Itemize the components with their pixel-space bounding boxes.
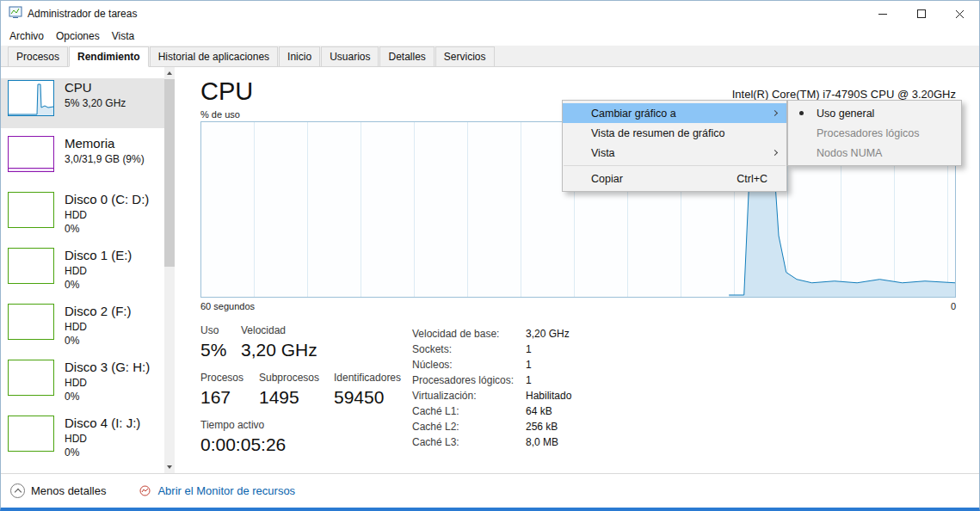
submenu-item-uso-general[interactable]: Uso general bbox=[788, 103, 961, 123]
tab-servicios[interactable]: Servicios bbox=[435, 46, 495, 67]
tab-inicio[interactable]: Inicio bbox=[279, 46, 320, 67]
menu-item-vista-resumen[interactable]: Vista de resumen de gráfico bbox=[563, 123, 786, 143]
sidebar-disco2-usage: 0% bbox=[65, 334, 132, 348]
disk3-thumbnail-icon bbox=[8, 360, 54, 396]
scrollbar-thumb[interactable] bbox=[164, 79, 175, 267]
stat-uso: Uso 5% bbox=[200, 324, 241, 360]
performance-list: CPU 5% 3,20 GHz Memoria 3,0/31,9 GB (9%)… bbox=[1, 67, 164, 473]
sidebar-disco4-type: HDD bbox=[65, 432, 140, 446]
window-controls bbox=[863, 1, 979, 27]
sidebar-disco4-title: Disco 4 (I: J:) bbox=[65, 415, 140, 432]
task-manager-window: Administrador de tareas Archivo Opciones… bbox=[0, 0, 980, 511]
detail-row: Caché L2: 256 kB bbox=[412, 419, 571, 434]
detail-row: Velocidad de base: 3,20 GHz bbox=[412, 326, 571, 342]
cpu-details: Velocidad de base: 3,20 GHz Sockets: 1 N… bbox=[412, 324, 571, 466]
menu-item-cambiar-grafico[interactable]: Cambiar gráfico a bbox=[563, 103, 786, 123]
sidebar-cpu-usage: 5% 3,20 GHz bbox=[65, 96, 126, 110]
menubar: Archivo Opciones Vista bbox=[1, 27, 979, 46]
menu-item-copiar[interactable]: Copiar Ctrl+C bbox=[563, 169, 786, 188]
tab-usuarios[interactable]: Usuarios bbox=[321, 46, 379, 67]
chart-x-left-label: 60 segundos bbox=[200, 301, 255, 311]
menu-vista[interactable]: Vista bbox=[106, 28, 140, 45]
tab-bar: Procesos Rendimiento Historial de aplica… bbox=[1, 46, 979, 67]
context-submenu: Uso general Procesadores lógicos Nodos N… bbox=[787, 100, 962, 166]
maximize-button[interactable] bbox=[902, 1, 940, 27]
chart-x-right-label: 0 bbox=[951, 301, 956, 311]
tab-rendimiento[interactable]: Rendimiento bbox=[69, 46, 149, 67]
detail-row: Procesadores lógicos: 1 bbox=[412, 372, 571, 388]
sidebar-cpu-title: CPU bbox=[65, 79, 126, 96]
tab-procesos[interactable]: Procesos bbox=[8, 46, 68, 67]
sidebar-scrollbar[interactable] bbox=[164, 67, 175, 473]
disk1-thumbnail-icon bbox=[8, 248, 54, 284]
menu-separator bbox=[564, 165, 786, 166]
sidebar-item-memoria[interactable]: Memoria 3,0/31,9 GB (9%) bbox=[1, 134, 164, 184]
sidebar-item-disco4[interactable]: Disco 4 (I: J:) HDD 0% bbox=[1, 414, 164, 464]
copiar-shortcut: Ctrl+C bbox=[737, 173, 767, 185]
disk2-thumbnail-icon bbox=[8, 304, 54, 340]
menu-item-vista[interactable]: Vista bbox=[563, 143, 786, 163]
cpu-stats: Uso 5% Velocidad 3,20 GHz Procesos 167 bbox=[200, 324, 956, 466]
sidebar-disco3-usage: 0% bbox=[65, 390, 150, 403]
disk4-thumbnail-icon bbox=[8, 416, 54, 452]
stat-velocidad: Velocidad 3,20 GHz bbox=[241, 324, 317, 360]
minimize-icon bbox=[878, 14, 887, 15]
cpu-thumbnail-icon bbox=[8, 80, 54, 116]
detail-row: Caché L3: 8,0 MB bbox=[412, 434, 571, 450]
sidebar-item-disco0[interactable]: Disco 0 (C: D:) HDD 0% bbox=[1, 190, 164, 240]
scroll-down-icon[interactable] bbox=[164, 461, 175, 473]
tab-detalles[interactable]: Detalles bbox=[379, 46, 434, 67]
scroll-up-icon[interactable] bbox=[164, 67, 175, 79]
minimize-button[interactable] bbox=[863, 1, 902, 27]
less-details-label: Menos detalles bbox=[31, 484, 106, 497]
resource-monitor-label: Abrir el Monitor de recursos bbox=[157, 484, 295, 497]
sidebar-item-disco3[interactable]: Disco 3 (G: H:) HDD 0% bbox=[1, 358, 164, 408]
sidebar-disco0-title: Disco 0 (C: D:) bbox=[65, 191, 149, 208]
sidebar-disco4-usage: 0% bbox=[65, 446, 140, 459]
menu-opciones[interactable]: Opciones bbox=[50, 28, 106, 45]
page-title: CPU bbox=[200, 77, 253, 105]
sidebar-disco1-usage: 0% bbox=[65, 278, 132, 292]
sidebar-disco0-type: HDD bbox=[65, 208, 149, 222]
window-title: Administrador de tareas bbox=[28, 8, 137, 20]
tab-historial[interactable]: Historial de aplicaciones bbox=[150, 46, 278, 67]
memory-thumbnail-icon bbox=[8, 136, 54, 172]
sidebar-disco2-type: HDD bbox=[65, 320, 132, 334]
close-button[interactable] bbox=[940, 1, 979, 27]
sidebar-memoria-usage: 3,0/31,9 GB (9%) bbox=[65, 152, 145, 166]
sidebar-disco1-title: Disco 1 (E:) bbox=[65, 247, 132, 264]
titlebar: Administrador de tareas bbox=[1, 1, 979, 27]
chevron-up-circle-icon bbox=[10, 483, 25, 498]
sidebar-item-disco2[interactable]: Disco 2 (F:) HDD 0% bbox=[1, 302, 164, 352]
detail-row: Virtualización: Habilitado bbox=[412, 388, 571, 403]
submenu-item-procesadores-logicos[interactable]: Procesadores lógicos bbox=[788, 123, 961, 143]
sidebar-disco1-type: HDD bbox=[65, 264, 132, 278]
sidebar-disco2-title: Disco 2 (F:) bbox=[65, 303, 132, 320]
menu-archivo[interactable]: Archivo bbox=[3, 28, 50, 45]
less-details-button[interactable]: Menos detalles bbox=[10, 483, 106, 498]
submenu-arrow-icon bbox=[772, 149, 778, 155]
detail-row: Sockets: 1 bbox=[412, 342, 571, 357]
close-icon bbox=[955, 9, 965, 19]
stat-tiempo-activo: Tiempo activo 0:00:05:26 bbox=[200, 419, 286, 455]
context-menu: Cambiar gráfico a Vista de resumen de gr… bbox=[562, 100, 787, 192]
disk0-thumbnail-icon bbox=[8, 192, 54, 228]
open-resource-monitor-link[interactable]: Abrir el Monitor de recursos bbox=[139, 484, 295, 497]
sidebar-disco3-title: Disco 3 (G: H:) bbox=[65, 359, 150, 376]
stat-subprocesos: Subprocesos 1495 bbox=[259, 372, 334, 408]
radio-selected-icon bbox=[799, 111, 804, 115]
resource-monitor-icon bbox=[139, 485, 151, 496]
sidebar-disco3-type: HDD bbox=[65, 376, 150, 390]
sidebar-disco0-usage: 0% bbox=[65, 222, 149, 236]
stat-identificadores: Identificadores 59450 bbox=[334, 372, 401, 408]
sidebar-memoria-title: Memoria bbox=[65, 135, 145, 152]
submenu-arrow-icon bbox=[772, 109, 778, 115]
footer-bar: Menos detalles Abrir el Monitor de recur… bbox=[1, 473, 979, 508]
detail-row: Caché L1: 64 kB bbox=[412, 403, 571, 419]
sidebar-item-cpu[interactable]: CPU 5% 3,20 GHz bbox=[1, 78, 164, 128]
sidebar-item-disco1[interactable]: Disco 1 (E:) HDD 0% bbox=[1, 246, 164, 296]
submenu-item-nodos-numa[interactable]: Nodos NUMA bbox=[788, 143, 961, 163]
performance-sidebar: CPU 5% 3,20 GHz Memoria 3,0/31,9 GB (9%)… bbox=[1, 67, 175, 473]
app-icon bbox=[9, 5, 22, 22]
stat-procesos: Procesos 167 bbox=[200, 372, 259, 408]
